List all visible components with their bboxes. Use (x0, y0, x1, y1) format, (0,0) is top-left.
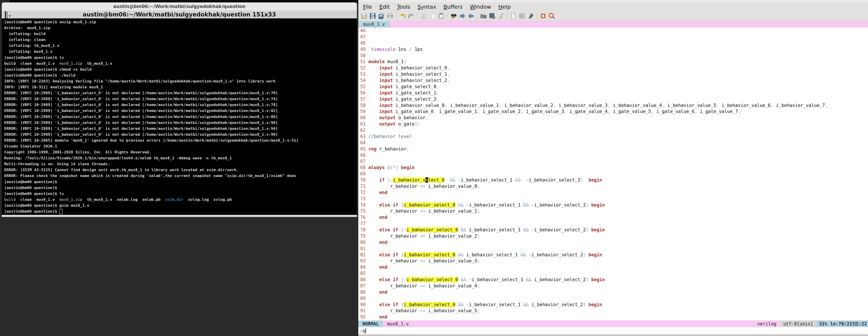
code-line: 71 r_behavior <= i_behavior_value_0; (358, 183, 868, 189)
terminal-line: ERROR: [VRFC 10-2989] 'i_bahavior_select… (4, 120, 357, 126)
code-line: 62 (358, 127, 868, 133)
help-icon (540, 12, 547, 20)
line-number: 92 (358, 314, 366, 320)
terminal-line: inflating: build (4, 31, 357, 37)
code-line: 46 (358, 28, 868, 34)
make-icon (510, 12, 517, 20)
paste-button[interactable] (437, 12, 445, 20)
redo-icon (408, 12, 415, 20)
redo-button[interactable] (407, 12, 415, 20)
terminal-line: Vivado Simulator 2020.1 (4, 143, 357, 149)
load-session-button[interactable] (479, 12, 488, 20)
code-line: 73 (358, 196, 868, 202)
editor-text-area[interactable]: 46474849`timescale 1ns / 1ps5051module m… (358, 28, 868, 320)
terminal-line: inflating: clean (4, 37, 357, 43)
code-line: 89 (358, 295, 868, 302)
build-tags-button[interactable] (518, 12, 526, 20)
line-number: 86 (358, 277, 366, 283)
line-number: 54 (358, 78, 366, 84)
code-line: 81 (358, 246, 868, 252)
line-number: 46 (358, 28, 366, 34)
code-line: 54 input i_behavior_select_2, (358, 78, 868, 84)
line-number: 48 (358, 40, 366, 46)
gvim-menubar: FileEditToolsSyntaxBuffersWindowHelp (358, 2, 868, 11)
editor-cursor: e (426, 177, 428, 183)
save-file-button[interactable] (369, 12, 377, 20)
gvim-bottom-border (358, 334, 868, 336)
terminal-line: build clean mux8_1.v mux8_1.zip tb_mux8_… (4, 196, 357, 203)
code-line: 79 r_behavior <= i_behavior_value_2; (358, 233, 868, 239)
load-session-icon (480, 12, 487, 20)
line-number: 76 (358, 214, 366, 221)
find-prev-icon (467, 12, 474, 20)
menu-edit[interactable]: Edit (376, 4, 393, 10)
background-window-strip (9, 0, 358, 2)
open-file-button[interactable] (360, 12, 368, 20)
terminal-titlebar[interactable]: austin@bm06:~/Work/matbi/sulgyedokhak/qu… (2, 10, 357, 19)
mode-indicator: NORMAL (358, 320, 383, 327)
search-highlight: i_bahavior_select_0 (406, 227, 458, 233)
line-number: 62 (358, 127, 366, 133)
cut-button[interactable] (420, 12, 428, 20)
line-number: 70 (358, 177, 366, 183)
jump-tag-button[interactable] (527, 12, 535, 20)
find-replace-button[interactable] (450, 12, 458, 20)
copy-button[interactable] (429, 12, 436, 20)
menu-tools[interactable]: Tools (393, 4, 414, 10)
undo-button[interactable] (399, 12, 407, 20)
search-highlight: i_bahavior_select_0 (404, 302, 455, 307)
code-line: 60 output o_behavior, (358, 115, 868, 121)
command-line[interactable]: :q (358, 327, 868, 334)
terminal-line: ERROR: [VRFC 10-2989] 'i_bahavior_select… (4, 131, 357, 138)
line-number: 78 (358, 227, 366, 233)
terminal-title-geometry: austin@bm06:~/Work/matbi/sulgyedokhak/qu… (2, 11, 357, 18)
save-session-button[interactable] (488, 12, 496, 20)
terminal-output[interactable]: [austin@bm06 question]$ unzip mux8_1.zip… (2, 19, 357, 215)
save-all-button[interactable] (377, 12, 385, 20)
undo-icon (399, 12, 406, 20)
search-highlight: i_bahavior_select_0 (404, 202, 455, 208)
terminal-window: austin@bm06:~/Work/matbi/sulgyedokhak/qu… (2, 2, 357, 216)
print-button[interactable] (386, 12, 394, 20)
line-number: 65 (358, 146, 366, 152)
line-number: 58 (358, 102, 366, 109)
menu-buffers[interactable]: Buffers (440, 4, 466, 10)
find-prev-button[interactable] (467, 12, 475, 20)
tab-current-buffer[interactable]: mux8_1.v (358, 21, 390, 28)
terminal-line: Copyright 1986-1999, 2001-2020 Xilinx, I… (4, 149, 357, 155)
terminal-line: [austin@bm06 question]$ ls (4, 191, 357, 196)
menu-help[interactable]: Help (495, 4, 515, 10)
find-replace-icon (450, 12, 457, 20)
code-line: 84 end (358, 264, 868, 270)
make-button[interactable] (509, 12, 517, 20)
terminal-line: ERROR: [VRFC 10-2989] 'i_bahavior_select… (4, 96, 357, 102)
terminal-line: ERROR: Please check the snapshot name wh… (4, 173, 357, 179)
line-number: 87 (358, 283, 366, 289)
code-line: 70 if (~i_bahavior_select_0 && ~i_behavi… (358, 177, 868, 183)
line-number: 71 (358, 183, 366, 189)
line-number: 84 (358, 264, 366, 270)
toolbar-separator (477, 13, 477, 19)
find-next-button[interactable] (458, 12, 466, 20)
menu-syntax[interactable]: Syntax (414, 4, 440, 10)
window-menu-icon[interactable] (5, 12, 11, 17)
code-line: 64 (358, 140, 868, 146)
menu-file[interactable]: File (359, 4, 376, 10)
terminal-line: Multi-threading is on. Using 14 slave th… (4, 161, 357, 167)
run-script-button[interactable] (497, 12, 505, 20)
help-button[interactable] (539, 12, 547, 20)
gvim-titlebar-partial[interactable] (358, 0, 868, 2)
code-line: 83 r_behavior <= i_behavior_value_3; (358, 258, 868, 264)
find-next-icon (459, 12, 466, 20)
toolbar-separator (537, 13, 537, 19)
code-line: 72 end (358, 189, 868, 196)
cursor-position: ln:70/223☰:22 (830, 321, 867, 327)
code-line: 88 end (358, 289, 868, 295)
line-number: 82 (358, 252, 366, 258)
menu-window[interactable]: Window (466, 4, 495, 10)
find-help-button[interactable] (548, 12, 556, 20)
line-number: 88 (358, 289, 366, 295)
line-number: 83 (358, 258, 366, 264)
code-line: 66 (358, 152, 868, 158)
terminal-cursor (59, 209, 62, 214)
